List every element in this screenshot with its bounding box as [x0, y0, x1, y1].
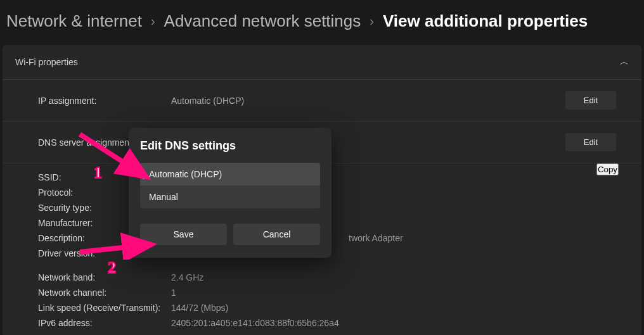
breadcrumb-advanced-settings[interactable]: Advanced network settings [164, 11, 361, 31]
ip-assignment-value: Automatic (DHCP) [171, 96, 565, 106]
chevron-right-icon: › [151, 14, 155, 28]
ipv6-label: IPv6 address: [38, 318, 171, 328]
save-button[interactable]: Save [140, 224, 227, 245]
breadcrumb-network-internet[interactable]: Network & internet [6, 11, 142, 31]
chevron-up-icon: ︿ [620, 56, 629, 68]
table-row: IPv6 address: 2405:201:a405:e141:d083:88… [3, 315, 641, 331]
chevron-right-icon: › [370, 14, 374, 28]
edit-ip-button[interactable]: Edit [565, 91, 616, 110]
panel-header[interactable]: Wi-Fi properties ︿ [3, 45, 641, 79]
band-value: 2.4 GHz [171, 272, 616, 282]
option-automatic-dhcp[interactable]: Automatic (DHCP) [140, 163, 320, 186]
linkspeed-label: Link speed (Receive/Transmit): [38, 303, 171, 313]
breadcrumb: Network & internet › Advanced network se… [0, 0, 644, 45]
edit-dns-dialog: Edit DNS settings Automatic (DHCP) Manua… [129, 128, 332, 258]
annotation-badge-2: 2 [108, 258, 116, 277]
dialog-buttons: Save Cancel [140, 224, 320, 245]
ip-assignment-label: IP assignment: [38, 96, 171, 106]
panel-title: Wi-Fi properties [15, 57, 78, 67]
edit-dns-button[interactable]: Edit [565, 133, 616, 151]
band-label: Network band: [38, 272, 171, 282]
cancel-button[interactable]: Cancel [233, 224, 320, 245]
annotation-badge-1: 1 [94, 163, 102, 182]
dns-mode-select[interactable]: Automatic (DHCP) Manual [140, 163, 320, 208]
table-row: Network band: 2.4 GHz [3, 270, 641, 285]
ipv6-value: 2405:201:a405:e141:d083:88f0:65b6:26a4 [171, 318, 616, 328]
channel-value: 1 [171, 288, 616, 298]
linkspeed-value: 144/72 (Mbps) [171, 303, 616, 313]
channel-label: Network channel: [38, 288, 171, 298]
table-row: Network channel: 1 [3, 285, 641, 300]
breadcrumb-current: View additional properties [383, 11, 588, 31]
option-manual[interactable]: Manual [140, 186, 320, 208]
dialog-title: Edit DNS settings [140, 139, 320, 153]
ip-assignment-row: IP assignment: Automatic (DHCP) Edit [3, 80, 641, 122]
table-row: Link speed (Receive/Transmit): 144/72 (M… [3, 300, 641, 315]
